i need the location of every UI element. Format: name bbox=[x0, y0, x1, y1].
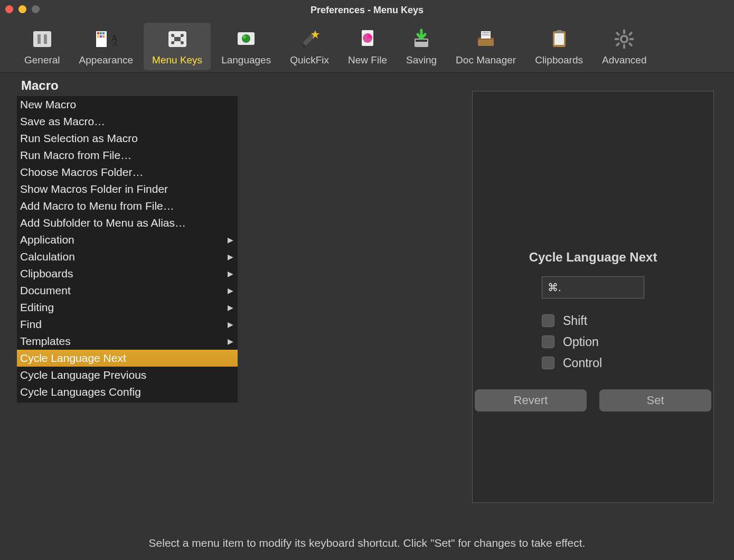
menu-item[interactable]: Cycle Languages Config bbox=[17, 384, 238, 400]
svg-rect-1 bbox=[37, 34, 41, 44]
menu-item-list[interactable]: New MacroSave as Macro…Run Selection as … bbox=[17, 96, 238, 403]
tab-label: Clipboards bbox=[535, 54, 583, 66]
command-icon bbox=[166, 28, 189, 50]
menu-item-label: Choose Macros Folder… bbox=[20, 166, 143, 179]
svg-rect-37 bbox=[616, 42, 620, 46]
menu-item[interactable]: Add Macro to Menu from File… bbox=[17, 198, 238, 214]
menu-item[interactable]: Cycle Language Next bbox=[17, 350, 238, 367]
menu-item[interactable]: Run Selection as Macro bbox=[17, 130, 238, 147]
svg-rect-24 bbox=[482, 32, 490, 33]
checkbox-option[interactable] bbox=[542, 335, 554, 348]
modifier-control-row[interactable]: Control bbox=[542, 352, 644, 374]
revert-button[interactable]: Revert bbox=[475, 389, 587, 412]
svg-point-14 bbox=[242, 34, 250, 43]
menu-item[interactable]: Find▶ bbox=[17, 316, 238, 333]
appearance-icon: AA bbox=[95, 28, 117, 50]
tab-label: Languages bbox=[221, 54, 271, 66]
menu-item-label: Cycle Language Previous bbox=[20, 369, 146, 381]
modifier-label: Control bbox=[563, 356, 602, 370]
svg-rect-7 bbox=[97, 35, 99, 38]
tab-general[interactable]: General bbox=[16, 23, 69, 70]
svg-rect-28 bbox=[557, 30, 562, 33]
close-icon[interactable] bbox=[5, 5, 13, 13]
menu-item[interactable]: Cycle Language Previous bbox=[17, 367, 238, 384]
center-spacer bbox=[238, 73, 472, 533]
svg-rect-27 bbox=[554, 33, 564, 45]
checkbox-control[interactable] bbox=[542, 357, 554, 369]
svg-rect-9 bbox=[102, 35, 105, 38]
menu-item[interactable]: Application▶ bbox=[17, 231, 238, 248]
chevron-right-icon: ▶ bbox=[228, 236, 233, 244]
modifier-option-row[interactable]: Option bbox=[542, 331, 644, 352]
tab-appearance[interactable]: AA Appearance bbox=[71, 23, 142, 70]
window-title: Preferences - Menu Keys bbox=[310, 5, 424, 16]
menu-item-label: Show Macros Folder in Finder bbox=[20, 183, 168, 195]
button-row: Revert Set bbox=[475, 389, 711, 412]
tab-label: Appearance bbox=[79, 54, 133, 66]
tab-label: General bbox=[24, 54, 60, 66]
menu-item-label: Editing bbox=[20, 301, 54, 314]
svg-rect-35 bbox=[628, 42, 633, 46]
menu-item-label: Find bbox=[20, 318, 42, 331]
svg-rect-31 bbox=[623, 44, 625, 49]
saving-icon bbox=[410, 28, 432, 50]
menu-item[interactable]: New Macro bbox=[17, 96, 238, 113]
menu-item[interactable]: Clipboards▶ bbox=[17, 265, 238, 282]
svg-rect-32 bbox=[615, 38, 619, 40]
flag-icon bbox=[235, 28, 257, 50]
doc-manager-icon bbox=[475, 28, 497, 50]
tab-new-file[interactable]: New File bbox=[340, 23, 396, 70]
chevron-right-icon: ▶ bbox=[228, 286, 233, 295]
tab-clipboards[interactable]: Clipboards bbox=[526, 23, 591, 70]
tab-label: Doc Manager bbox=[456, 54, 516, 66]
menu-item-label: Run Selection as Macro bbox=[20, 132, 138, 145]
svg-rect-36 bbox=[628, 31, 633, 35]
menu-item[interactable]: Templates▶ bbox=[17, 333, 238, 350]
minimize-icon[interactable] bbox=[18, 5, 26, 13]
menu-item[interactable]: Choose Macros Folder… bbox=[17, 164, 238, 181]
tab-languages[interactable]: Languages bbox=[213, 23, 279, 70]
menu-item[interactable]: Add Subfolder to Menu as Alias… bbox=[17, 214, 238, 231]
tab-advanced[interactable]: Advanced bbox=[594, 23, 655, 70]
menu-item-label: Document bbox=[20, 284, 71, 297]
maximize-icon[interactable] bbox=[32, 5, 40, 13]
svg-point-15 bbox=[243, 35, 246, 39]
modifier-shift-row[interactable]: Shift bbox=[542, 310, 644, 331]
menu-item[interactable]: Run Macro from File… bbox=[17, 147, 238, 164]
chevron-right-icon: ▶ bbox=[228, 303, 233, 312]
tab-label: Advanced bbox=[602, 54, 647, 66]
prefs-toolbar: General AA Appearance Menu Keys Language… bbox=[0, 20, 734, 73]
menu-item-label: Templates bbox=[20, 335, 71, 348]
chevron-right-icon: ▶ bbox=[228, 253, 233, 261]
tab-saving[interactable]: Saving bbox=[398, 23, 445, 70]
svg-rect-8 bbox=[100, 35, 102, 38]
modifier-label: Shift bbox=[563, 314, 587, 328]
menu-item-label: Add Subfolder to Menu as Alias… bbox=[20, 217, 186, 229]
wand-icon bbox=[298, 28, 321, 50]
window-controls bbox=[5, 5, 40, 13]
new-file-icon bbox=[356, 28, 379, 50]
modifier-label: Option bbox=[563, 335, 599, 349]
menu-item[interactable]: Document▶ bbox=[17, 282, 238, 299]
set-button[interactable]: Set bbox=[599, 389, 711, 412]
chevron-right-icon: ▶ bbox=[228, 269, 233, 278]
menu-item-label: Cycle Languages Config bbox=[20, 386, 141, 398]
clipboard-icon bbox=[548, 28, 570, 50]
checkbox-shift[interactable] bbox=[542, 314, 554, 327]
shortcut-input[interactable] bbox=[542, 276, 644, 298]
tab-label: QuickFix bbox=[290, 54, 329, 66]
chevron-right-icon: ▶ bbox=[228, 320, 233, 329]
svg-rect-0 bbox=[33, 31, 51, 47]
svg-text:A: A bbox=[112, 40, 117, 48]
tab-doc-manager[interactable]: Doc Manager bbox=[447, 23, 524, 70]
menu-item-label: Application bbox=[20, 234, 74, 246]
tab-quickfix[interactable]: QuickFix bbox=[281, 23, 337, 70]
svg-rect-6 bbox=[102, 32, 105, 34]
menu-item[interactable]: Calculation▶ bbox=[17, 248, 238, 265]
tab-label: Menu Keys bbox=[152, 54, 202, 66]
menu-item[interactable]: Editing▶ bbox=[17, 299, 238, 316]
menu-item[interactable]: Save as Macro… bbox=[17, 113, 238, 130]
tab-menu-keys[interactable]: Menu Keys bbox=[144, 23, 211, 70]
shortcut-editor-panel: Cycle Language Next Shift Option Control… bbox=[472, 91, 714, 503]
menu-item[interactable]: Show Macros Folder in Finder bbox=[17, 181, 238, 198]
